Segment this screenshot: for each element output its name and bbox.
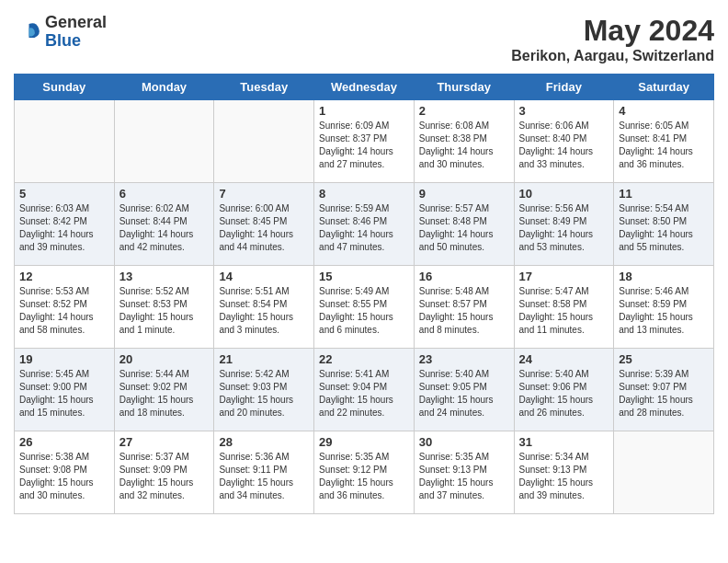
day-info: Sunrise: 5:47 AMSunset: 8:58 PMDaylight:…	[519, 285, 609, 337]
day-number: 11	[619, 187, 709, 201]
day-info: Sunrise: 5:45 AMSunset: 9:00 PMDaylight:…	[19, 368, 109, 419]
day-number: 31	[519, 435, 609, 449]
day-number: 14	[219, 270, 309, 283]
day-info: Sunrise: 5:41 AMSunset: 9:04 PMDaylight:…	[319, 368, 409, 419]
day-number: 10	[519, 187, 609, 201]
day-number: 2	[419, 104, 509, 118]
day-number: 28	[219, 435, 309, 449]
calendar-cell: 3Sunrise: 6:06 AMSunset: 8:40 PMDaylight…	[514, 100, 614, 183]
day-number: 16	[419, 270, 509, 283]
logo-blue: Blue	[45, 32, 107, 51]
calendar-cell: 17Sunrise: 5:47 AMSunset: 8:58 PMDayligh…	[514, 266, 614, 349]
day-info: Sunrise: 5:38 AMSunset: 9:08 PMDaylight:…	[19, 451, 109, 502]
day-number: 23	[419, 352, 509, 366]
day-info: Sunrise: 5:34 AMSunset: 9:13 PMDaylight:…	[519, 451, 609, 502]
calendar-cell: 5Sunrise: 6:03 AMSunset: 8:42 PMDaylight…	[15, 183, 115, 266]
calendar-cell: 14Sunrise: 5:51 AMSunset: 8:54 PMDayligh…	[214, 266, 314, 349]
day-info: Sunrise: 5:56 AMSunset: 8:49 PMDaylight:…	[519, 202, 609, 254]
calendar-cell: 28Sunrise: 5:36 AMSunset: 9:11 PMDayligh…	[214, 431, 314, 514]
logo-icon	[14, 18, 41, 46]
calendar-cell	[114, 100, 214, 183]
day-info: Sunrise: 5:37 AMSunset: 9:09 PMDaylight:…	[119, 451, 210, 502]
day-header-wednesday: Wednesday	[314, 75, 415, 100]
day-info: Sunrise: 5:46 AMSunset: 8:59 PMDaylight:…	[619, 285, 709, 337]
day-info: Sunrise: 6:03 AMSunset: 8:42 PMDaylight:…	[19, 202, 109, 254]
day-number: 17	[519, 270, 609, 283]
calendar-cell: 6Sunrise: 6:02 AMSunset: 8:44 PMDaylight…	[114, 183, 214, 266]
title-area: May 2024 Berikon, Aargau, Switzerland	[511, 14, 714, 64]
subtitle: Berikon, Aargau, Switzerland	[511, 48, 714, 64]
logo: General Blue	[14, 14, 107, 51]
day-number: 18	[619, 270, 709, 283]
day-number: 29	[319, 435, 409, 449]
calendar-cell: 10Sunrise: 5:56 AMSunset: 8:49 PMDayligh…	[514, 183, 614, 266]
day-header-tuesday: Tuesday	[214, 75, 314, 100]
calendar-week-1: 1Sunrise: 6:09 AMSunset: 8:37 PMDaylight…	[15, 100, 714, 183]
day-info: Sunrise: 5:51 AMSunset: 8:54 PMDaylight:…	[219, 285, 309, 337]
day-info: Sunrise: 6:05 AMSunset: 8:41 PMDaylight:…	[619, 120, 709, 171]
header-row: SundayMondayTuesdayWednesdayThursdayFrid…	[15, 75, 714, 100]
calendar-week-5: 26Sunrise: 5:38 AMSunset: 9:08 PMDayligh…	[15, 431, 714, 514]
day-header-saturday: Saturday	[614, 75, 714, 100]
day-info: Sunrise: 5:52 AMSunset: 8:53 PMDaylight:…	[119, 285, 210, 337]
day-info: Sunrise: 6:06 AMSunset: 8:40 PMDaylight:…	[519, 120, 609, 171]
day-info: Sunrise: 5:40 AMSunset: 9:06 PMDaylight:…	[519, 368, 609, 419]
calendar-cell: 27Sunrise: 5:37 AMSunset: 9:09 PMDayligh…	[114, 431, 214, 514]
day-number: 9	[419, 187, 509, 201]
day-info: Sunrise: 5:54 AMSunset: 8:50 PMDaylight:…	[619, 202, 709, 254]
logo-text: General Blue	[45, 14, 107, 51]
calendar-cell: 31Sunrise: 5:34 AMSunset: 9:13 PMDayligh…	[514, 431, 614, 514]
calendar-cell: 15Sunrise: 5:49 AMSunset: 8:55 PMDayligh…	[314, 266, 415, 349]
day-info: Sunrise: 5:57 AMSunset: 8:48 PMDaylight:…	[419, 202, 509, 254]
day-number: 27	[119, 435, 210, 449]
day-header-thursday: Thursday	[414, 75, 514, 100]
day-info: Sunrise: 5:59 AMSunset: 8:46 PMDaylight:…	[319, 202, 409, 254]
day-info: Sunrise: 6:08 AMSunset: 8:38 PMDaylight:…	[419, 120, 509, 171]
day-info: Sunrise: 5:44 AMSunset: 9:02 PMDaylight:…	[119, 368, 210, 419]
calendar-cell: 16Sunrise: 5:48 AMSunset: 8:57 PMDayligh…	[414, 266, 514, 349]
calendar-cell: 30Sunrise: 5:35 AMSunset: 9:13 PMDayligh…	[414, 431, 514, 514]
calendar-cell: 24Sunrise: 5:40 AMSunset: 9:06 PMDayligh…	[514, 349, 614, 431]
calendar-week-4: 19Sunrise: 5:45 AMSunset: 9:00 PMDayligh…	[15, 349, 714, 431]
calendar-cell	[614, 431, 714, 514]
day-number: 21	[219, 352, 309, 366]
calendar-cell: 1Sunrise: 6:09 AMSunset: 8:37 PMDaylight…	[314, 100, 415, 183]
day-info: Sunrise: 5:40 AMSunset: 9:05 PMDaylight:…	[419, 368, 509, 419]
calendar-cell	[214, 100, 314, 183]
day-info: Sunrise: 5:35 AMSunset: 9:12 PMDaylight:…	[319, 451, 409, 502]
day-info: Sunrise: 6:02 AMSunset: 8:44 PMDaylight:…	[119, 202, 210, 254]
calendar-cell	[15, 100, 115, 183]
logo-general: General	[45, 14, 107, 32]
calendar-week-2: 5Sunrise: 6:03 AMSunset: 8:42 PMDaylight…	[15, 183, 714, 266]
day-number: 15	[319, 270, 409, 283]
day-number: 19	[19, 352, 109, 366]
day-number: 3	[519, 104, 609, 118]
calendar-cell: 2Sunrise: 6:08 AMSunset: 8:38 PMDaylight…	[414, 100, 514, 183]
day-number: 20	[119, 352, 210, 366]
day-number: 5	[19, 187, 109, 201]
calendar-cell: 21Sunrise: 5:42 AMSunset: 9:03 PMDayligh…	[214, 349, 314, 431]
day-number: 4	[619, 104, 709, 118]
day-info: Sunrise: 5:36 AMSunset: 9:11 PMDaylight:…	[219, 451, 309, 502]
calendar-cell: 11Sunrise: 5:54 AMSunset: 8:50 PMDayligh…	[614, 183, 714, 266]
day-number: 30	[419, 435, 509, 449]
day-info: Sunrise: 5:53 AMSunset: 8:52 PMDaylight:…	[19, 285, 109, 337]
day-number: 1	[319, 104, 409, 118]
day-number: 13	[119, 270, 210, 283]
day-number: 26	[19, 435, 109, 449]
day-number: 24	[519, 352, 609, 366]
day-number: 22	[319, 352, 409, 366]
day-info: Sunrise: 5:48 AMSunset: 8:57 PMDaylight:…	[419, 285, 509, 337]
day-header-monday: Monday	[114, 75, 214, 100]
day-info: Sunrise: 6:00 AMSunset: 8:45 PMDaylight:…	[219, 202, 309, 254]
day-number: 25	[619, 352, 709, 366]
day-number: 8	[319, 187, 409, 201]
calendar-cell: 26Sunrise: 5:38 AMSunset: 9:08 PMDayligh…	[15, 431, 115, 514]
calendar-cell: 9Sunrise: 5:57 AMSunset: 8:48 PMDaylight…	[414, 183, 514, 266]
calendar-cell: 12Sunrise: 5:53 AMSunset: 8:52 PMDayligh…	[15, 266, 115, 349]
calendar-cell: 4Sunrise: 6:05 AMSunset: 8:41 PMDaylight…	[614, 100, 714, 183]
calendar-cell: 25Sunrise: 5:39 AMSunset: 9:07 PMDayligh…	[614, 349, 714, 431]
calendar-cell: 19Sunrise: 5:45 AMSunset: 9:00 PMDayligh…	[15, 349, 115, 431]
calendar-cell: 18Sunrise: 5:46 AMSunset: 8:59 PMDayligh…	[614, 266, 714, 349]
day-info: Sunrise: 6:09 AMSunset: 8:37 PMDaylight:…	[319, 120, 409, 171]
